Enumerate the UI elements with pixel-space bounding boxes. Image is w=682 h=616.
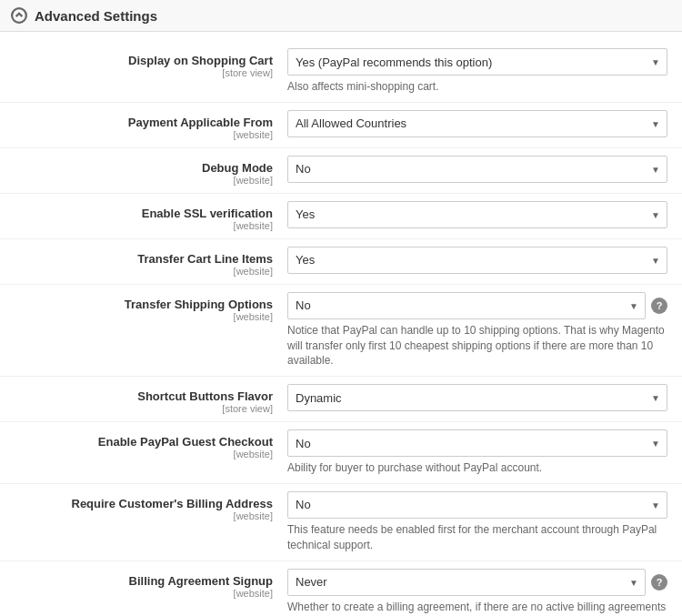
setting-control-col: DynamicStatic▼: [287, 384, 667, 411]
setting-scope: [store view]: [15, 403, 273, 414]
select-transfer-shipping-options[interactable]: NoYes: [287, 292, 646, 319]
setting-row: Enable PayPal Guest Checkout[website]NoY…: [0, 422, 682, 484]
setting-control-row: All Allowed CountriesSpecific Countries▼: [287, 110, 667, 137]
setting-row: Display on Shopping Cart[store view]Yes …: [0, 41, 682, 103]
select-wrapper: NoYes▼: [287, 156, 667, 183]
section-header[interactable]: Advanced Settings: [0, 0, 682, 32]
setting-control-row: DynamicStatic▼: [287, 384, 667, 411]
setting-row: Enable SSL verification[website]YesNo▼: [0, 194, 682, 239]
select-enable-ssl-verification[interactable]: YesNo: [287, 201, 667, 228]
select-wrapper: NoYes▼: [287, 429, 667, 457]
collapse-icon[interactable]: [11, 7, 27, 24]
setting-control-col: NoYes▼This feature needs be enabled firs…: [287, 491, 667, 553]
settings-list: Display on Shopping Cart[store view]Yes …: [0, 32, 682, 616]
setting-control-row: NeverAutoEvery Visit▼?: [287, 569, 667, 596]
setting-label: Debug Mode: [15, 161, 273, 175]
setting-scope: [website]: [15, 175, 273, 186]
setting-control-col: Yes (PayPal recommends this option)No▼Al…: [287, 48, 667, 95]
select-wrapper: DynamicStatic▼: [287, 384, 667, 411]
setting-hint: Whether to create a billing agreement, i…: [287, 600, 667, 616]
setting-label: Billing Agreement Signup: [15, 574, 273, 588]
setting-label-col: Enable SSL verification[website]: [15, 201, 287, 231]
select-wrapper: NoYes▼: [287, 292, 646, 319]
setting-control-row: NoYes▼?: [287, 292, 667, 319]
setting-label-col: Transfer Cart Line Items[website]: [15, 247, 287, 277]
setting-label: Shortcut Buttons Flavor: [15, 389, 273, 403]
setting-control-col: NoYes▼Ability for buyer to purchase with…: [287, 429, 667, 476]
section-title: Advanced Settings: [35, 8, 157, 24]
setting-hint: This feature needs be enabled first for …: [287, 522, 667, 553]
setting-scope: [website]: [15, 449, 273, 459]
select-wrapper: NoYes▼: [287, 491, 667, 519]
select-shortcut-buttons-flavor[interactable]: DynamicStatic: [287, 384, 667, 411]
setting-label-col: Require Customer's Billing Address[websi…: [15, 491, 287, 521]
setting-label-col: Transfer Shipping Options[website]: [15, 292, 287, 322]
setting-label: Transfer Shipping Options: [15, 298, 273, 311]
setting-row: Transfer Cart Line Items[website]YesNo▼: [0, 239, 682, 285]
help-icon[interactable]: ?: [651, 298, 667, 314]
advanced-settings-panel: Advanced Settings Display on Shopping Ca…: [0, 0, 682, 616]
setting-scope: [website]: [15, 266, 273, 277]
setting-label-col: Shortcut Buttons Flavor[store view]: [15, 384, 287, 414]
select-transfer-cart-line-items[interactable]: YesNo: [287, 247, 667, 274]
setting-control-col: YesNo▼: [287, 247, 667, 274]
select-wrapper: Yes (PayPal recommends this option)No▼: [287, 48, 667, 76]
select-display-on-shopping-cart[interactable]: Yes (PayPal recommends this option)No: [287, 48, 667, 76]
setting-row: Debug Mode[website]NoYes▼: [0, 148, 682, 194]
select-wrapper: YesNo▼: [287, 201, 667, 228]
setting-control-col: NeverAutoEvery Visit▼?Whether to create …: [287, 569, 667, 616]
setting-hint: Notice that PayPal can handle up to 10 s…: [287, 323, 667, 369]
setting-label: Require Customer's Billing Address: [15, 497, 273, 510]
setting-control-col: NoYes▼?Notice that PayPal can handle up …: [287, 292, 667, 369]
setting-label: Enable SSL verification: [15, 207, 273, 220]
select-wrapper: NeverAutoEvery Visit▼: [287, 569, 646, 596]
setting-label: Display on Shopping Cart: [15, 54, 273, 67]
setting-row: Shortcut Buttons Flavor[store view]Dynam…: [0, 377, 682, 422]
setting-label: Payment Applicable From: [15, 116, 273, 129]
select-wrapper: All Allowed CountriesSpecific Countries▼: [287, 110, 667, 137]
setting-scope: [website]: [15, 588, 273, 599]
setting-hint: Also affects mini-shopping cart.: [287, 79, 667, 95]
setting-row: Payment Applicable From[website]All Allo…: [0, 103, 682, 148]
select-payment-applicable-from[interactable]: All Allowed CountriesSpecific Countries: [287, 110, 667, 137]
setting-label-col: Enable PayPal Guest Checkout[website]: [15, 429, 287, 459]
setting-control-row: NoYes▼: [287, 491, 667, 519]
setting-control-col: NoYes▼: [287, 156, 667, 183]
setting-row: Require Customer's Billing Address[websi…: [0, 484, 682, 561]
setting-label-col: Billing Agreement Signup[website]: [15, 569, 287, 599]
setting-label: Enable PayPal Guest Checkout: [15, 435, 273, 449]
select-debug-mode[interactable]: NoYes: [287, 156, 667, 183]
setting-scope: [website]: [15, 129, 273, 140]
setting-label-col: Payment Applicable From[website]: [15, 110, 287, 140]
setting-label-col: Debug Mode[website]: [15, 156, 287, 186]
setting-control-row: NoYes▼: [287, 429, 667, 457]
select-wrapper: YesNo▼: [287, 247, 667, 274]
setting-control-row: Yes (PayPal recommends this option)No▼: [287, 48, 667, 76]
setting-scope: [website]: [15, 220, 273, 231]
setting-row: Billing Agreement Signup[website]NeverAu…: [0, 561, 682, 616]
svg-point-0: [12, 8, 26, 23]
setting-control-row: YesNo▼: [287, 201, 667, 228]
select-enable-paypal-guest-checkout[interactable]: NoYes: [287, 429, 667, 457]
setting-control-row: YesNo▼: [287, 247, 667, 274]
setting-control-col: YesNo▼: [287, 201, 667, 228]
setting-scope: [website]: [15, 510, 273, 521]
setting-control-col: All Allowed CountriesSpecific Countries▼: [287, 110, 667, 137]
setting-label-col: Display on Shopping Cart[store view]: [15, 48, 287, 78]
help-icon[interactable]: ?: [651, 574, 667, 591]
setting-scope: [store view]: [15, 67, 273, 78]
setting-hint: Ability for buyer to purchase without Pa…: [287, 460, 667, 476]
select-require-customers-billing-address[interactable]: NoYes: [287, 491, 667, 519]
setting-label: Transfer Cart Line Items: [15, 252, 273, 266]
setting-scope: [website]: [15, 311, 273, 322]
setting-control-row: NoYes▼: [287, 156, 667, 183]
select-billing-agreement-signup[interactable]: NeverAutoEvery Visit: [287, 569, 646, 596]
setting-row: Transfer Shipping Options[website]NoYes▼…: [0, 285, 682, 377]
